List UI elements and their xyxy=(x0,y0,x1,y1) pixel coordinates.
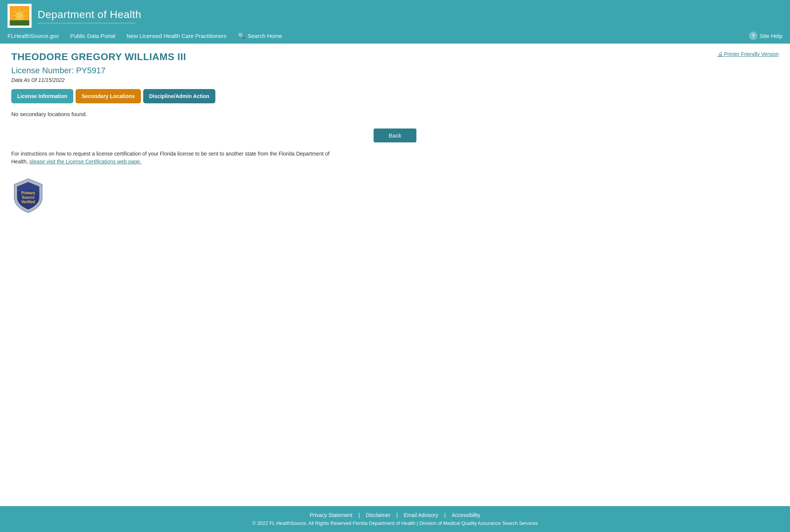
shield-badge-container: Primary Source Verified xyxy=(11,177,779,215)
license-number: License Number: PY5917 xyxy=(11,66,779,76)
practitioner-name: THEODORE GREGORY WILLIAMS III xyxy=(11,51,186,63)
search-icon: 🔍 xyxy=(238,32,245,39)
email-advisory-link[interactable]: Email Advisory xyxy=(404,512,438,518)
privacy-link[interactable]: Privacy Statement xyxy=(310,512,353,518)
data-as-of: Data As Of 11/15/2022 xyxy=(11,77,779,83)
flhealthsource-link[interactable]: FLHealthSource.gov xyxy=(8,33,59,39)
search-home-button[interactable]: 🔍 Search Home xyxy=(238,32,282,39)
secondary-locations-content: No secondary locations found. xyxy=(11,111,779,117)
help-icon: ? xyxy=(749,32,757,40)
printer-friendly-link[interactable]: 🖨 Printer Friendly Version xyxy=(717,51,779,57)
main-content: THEODORE GREGORY WILLIAMS III 🖨 Printer … xyxy=(0,44,790,506)
site-help-button[interactable]: ? Site Help xyxy=(749,32,782,40)
svg-point-9 xyxy=(16,12,23,20)
svg-rect-11 xyxy=(10,20,29,26)
back-button-row: Back xyxy=(11,128,779,142)
logo xyxy=(8,4,32,28)
header: Department of Health xyxy=(0,0,790,32)
florida-health-logo-icon xyxy=(10,6,29,26)
back-button[interactable]: Back xyxy=(374,128,416,142)
license-info-tab[interactable]: License Information xyxy=(11,89,73,103)
svg-text:Source: Source xyxy=(22,195,35,200)
accessibility-link[interactable]: Accessibility xyxy=(452,512,480,518)
new-licensed-link[interactable]: New Licensed Health Care Practitioners xyxy=(127,33,227,39)
footer: Privacy Statement | Disclaimer | Email A… xyxy=(0,506,790,532)
header-title: Department of Health xyxy=(38,9,141,21)
primary-source-verified-badge: Primary Source Verified xyxy=(11,177,45,215)
page-header-row: THEODORE GREGORY WILLIAMS III 🖨 Printer … xyxy=(11,51,779,63)
nav-bar: FLHealthSource.gov Public Data Portal Ne… xyxy=(0,32,790,44)
disclaimer-link[interactable]: Disclaimer xyxy=(366,512,390,518)
cert-info-text: For instructions on how to request a lic… xyxy=(11,150,350,166)
svg-text:Primary: Primary xyxy=(21,191,35,195)
tabs-container: License Information Secondary Locations … xyxy=(11,89,779,103)
copyright: © 2022 FL HealthSource, All Rights Reser… xyxy=(8,520,782,526)
cert-link[interactable]: please visit the License Certifications … xyxy=(29,159,141,165)
discipline-tab[interactable]: Discipline/Admin Action xyxy=(143,89,216,103)
footer-links: Privacy Statement | Disclaimer | Email A… xyxy=(8,512,782,518)
secondary-locations-tab[interactable]: Secondary Locations xyxy=(76,89,141,103)
public-data-portal-link[interactable]: Public Data Portal xyxy=(70,33,115,39)
svg-text:Verified: Verified xyxy=(21,200,35,204)
